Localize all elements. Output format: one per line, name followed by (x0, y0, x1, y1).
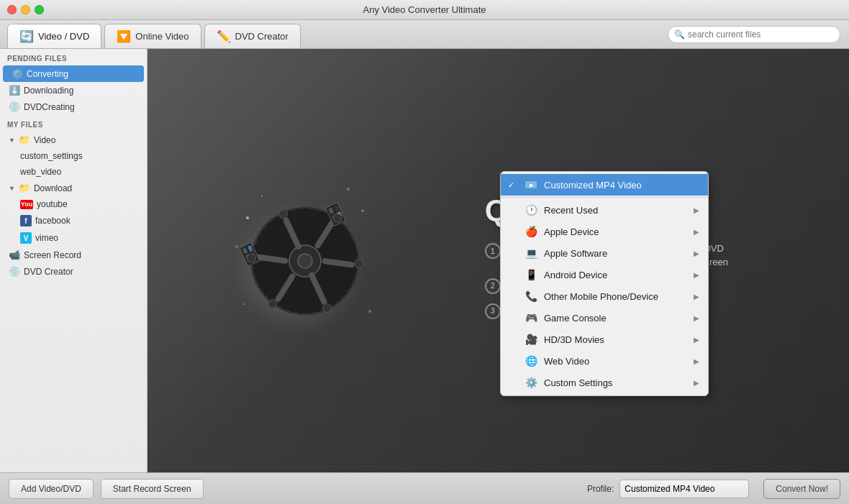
step-1-number: 1 (485, 243, 501, 259)
dvd-creator-tab-icon: ✏️ (217, 29, 231, 43)
hd-3d-movies-label: HD/3D Movies (544, 334, 688, 345)
menu-item-android-device[interactable]: 📱 Android Device ▶ (501, 264, 708, 285)
title-bar: Any Video Converter Ultimate (0, 0, 849, 20)
content-area: Quick Guide 1 Click "Add Video/DVD " to … (147, 49, 849, 472)
search-icon: 🔍 (674, 29, 685, 40)
downloading-icon: ⬇️ (9, 85, 20, 96)
video-triangle-icon: ▼ (9, 137, 15, 144)
search-box[interactable]: 🔍 (668, 26, 840, 43)
menu-item-other-mobile[interactable]: 📞 Other Mobile Phone/Device ▶ (501, 285, 708, 307)
menu-item-apple-software[interactable]: 💻 Apple Software ▶ (501, 242, 708, 264)
custom-settings-menu-label: Custom Settings (544, 377, 688, 388)
tab-dvd-creator[interactable]: ✏️ DVD Creator (204, 24, 301, 48)
android-device-arrow-icon: ▶ (694, 271, 699, 279)
sidebar-item-dvdcreating[interactable]: 💿 DVDCreating (0, 98, 147, 115)
search-area: 🔍 (668, 26, 840, 43)
sidebar-item-web-video-label: web_video (20, 167, 61, 177)
search-input[interactable] (688, 29, 834, 40)
tab-online-video-label: Online Video (135, 31, 189, 42)
svg-point-32 (243, 303, 245, 305)
film-reel-area (147, 49, 463, 472)
sidebar-item-video[interactable]: ▼ 📁 Video (0, 132, 147, 148)
sidebar-item-downloading[interactable]: ⬇️ Downloading (0, 82, 147, 98)
apple-device-arrow-icon: ▶ (694, 228, 699, 236)
apple-device-label: Apple Device (544, 226, 688, 237)
sidebar-item-converting-label: Converting (27, 69, 68, 79)
custom-settings-menu-icon: ⚙️ (524, 375, 538, 390)
converting-icon: ⚙️ (12, 68, 23, 79)
web-video-arrow-icon: ▶ (694, 357, 699, 365)
sidebar-item-download-label: Download (34, 183, 72, 193)
minimize-button[interactable] (21, 5, 30, 14)
start-record-label: Start Record Screen (113, 484, 191, 494)
sidebar-item-vimeo[interactable]: V vimeo (0, 229, 147, 247)
customized-mp4-label: Customized MP4 Video (544, 180, 699, 191)
sidebar-item-dvdcreating-label: DVDCreating (24, 102, 75, 112)
bottom-bar: Add Video/DVD Start Record Screen Profil… (0, 472, 849, 504)
vimeo-icon: V (20, 232, 32, 244)
traffic-lights (7, 5, 44, 14)
game-console-arrow-icon: ▶ (694, 314, 699, 322)
step-2-number: 2 (485, 278, 501, 294)
tab-online-video[interactable]: 🔽 Online Video (104, 24, 201, 48)
sidebar-item-screen-record[interactable]: 📹 Screen Record (0, 247, 147, 263)
sidebar-item-custom-settings-label: custom_settings (20, 151, 83, 161)
svg-point-28 (236, 245, 238, 247)
tab-bar: 🔄 Video / DVD 🔽 Online Video ✏️ DVD Crea… (0, 20, 849, 49)
profile-label: Profile: (587, 484, 614, 494)
menu-item-game-console[interactable]: 🎮 Game Console ▶ (501, 307, 708, 329)
video-folder-icon: 📁 (19, 134, 30, 145)
svg-point-29 (261, 196, 263, 197)
custom-settings-arrow-icon: ▶ (694, 379, 699, 387)
profile-select-wrapper[interactable]: Customized MP4 Video Recent Used Apple D… (619, 480, 749, 498)
apple-device-icon: 🍎 (524, 224, 538, 239)
tab-video-dvd-label: Video / DVD (38, 31, 89, 42)
svg-point-33 (368, 310, 371, 313)
sidebar-item-youtube[interactable]: You youtube (0, 196, 147, 212)
sidebar-item-web-video[interactable]: web_video (0, 164, 147, 180)
dvd-creator-nav-icon: 💿 (9, 266, 20, 277)
svg-point-27 (246, 216, 249, 219)
sidebar-item-facebook[interactable]: f facebook (0, 212, 147, 229)
sidebar-item-custom-settings[interactable]: custom_settings (0, 148, 147, 164)
sidebar-item-downloading-label: Downloading (24, 86, 73, 96)
sidebar-item-youtube-label: youtube (37, 199, 68, 209)
menu-item-recent-used[interactable]: 🕐 Recent Used ▶ (501, 199, 708, 221)
dvdcreating-icon: 💿 (9, 101, 20, 112)
menu-item-hd-3d-movies[interactable]: 🎥 HD/3D Movies ▶ (501, 329, 708, 350)
menu-item-web-video[interactable]: 🌐 Web Video ▶ (501, 350, 708, 372)
hd-3d-icon: 🎥 (524, 332, 538, 347)
tab-video-dvd[interactable]: 🔄 Video / DVD (7, 24, 101, 48)
close-button[interactable] (7, 5, 17, 14)
svg-point-31 (362, 209, 364, 211)
game-console-icon: 🎮 (524, 311, 538, 325)
sidebar-item-screen-record-label: Screen Record (24, 250, 81, 260)
menu-item-customized-mp4[interactable]: ✓ Customized MP4 Video (501, 174, 708, 196)
other-mobile-label: Other Mobile Phone/Device (544, 291, 688, 302)
menu-item-apple-device[interactable]: 🍎 Apple Device ▶ (501, 221, 708, 242)
maximize-button[interactable] (35, 5, 44, 14)
sidebar-item-download[interactable]: ▼ 📁 Download (0, 180, 147, 196)
android-device-icon: 📱 (524, 267, 538, 282)
youtube-icon: You (20, 200, 33, 209)
menu-item-custom-settings[interactable]: ⚙️ Custom Settings ▶ (501, 372, 708, 393)
android-device-label: Android Device (544, 270, 688, 280)
web-video-icon: 🌐 (524, 354, 538, 368)
sidebar-item-converting[interactable]: ⚙️ Converting (3, 65, 144, 82)
facebook-icon: f (20, 215, 32, 226)
download-folder-icon: 📁 (19, 183, 30, 193)
start-record-button[interactable]: Start Record Screen (101, 479, 204, 499)
profile-area: Profile: Customized MP4 Video Recent Use… (587, 480, 749, 498)
hd-3d-arrow-icon: ▶ (694, 336, 699, 344)
download-triangle-icon: ▼ (9, 185, 15, 192)
profile-dropdown-menu[interactable]: ✓ Customized MP4 Video 🕐 (500, 171, 709, 396)
apple-software-icon: 💻 (524, 246, 538, 260)
window-title: Any Video Converter Ultimate (363, 4, 486, 15)
convert-now-button[interactable]: Convert Now! (763, 479, 840, 499)
tab-dvd-creator-label: DVD Creator (235, 31, 289, 42)
add-video-button[interactable]: Add Video/DVD (9, 479, 94, 499)
sidebar-item-dvd-creator-nav[interactable]: 💿 DVD Creator (0, 263, 147, 280)
profile-select[interactable]: Customized MP4 Video Recent Used Apple D… (619, 480, 749, 498)
main-area: PENDING FILES ⚙️ Converting ⬇️ Downloadi… (0, 49, 849, 472)
pending-files-label: PENDING FILES (0, 49, 147, 65)
